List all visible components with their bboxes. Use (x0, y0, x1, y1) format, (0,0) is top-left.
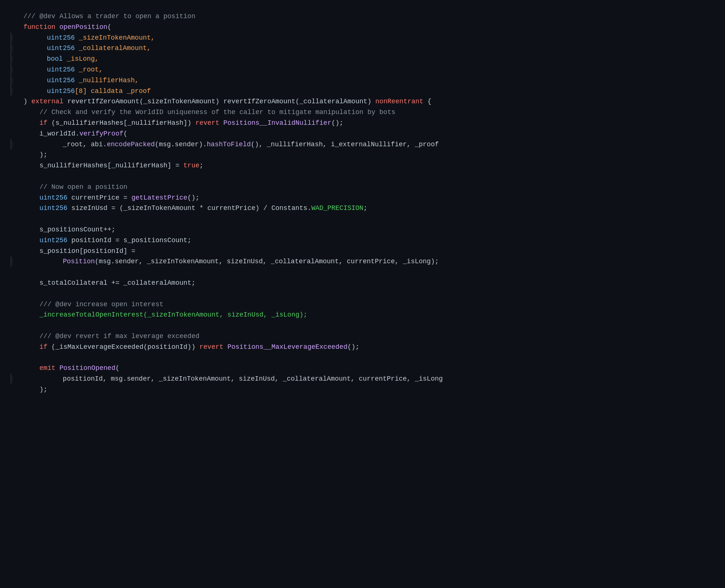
token (7, 23, 23, 31)
token (7, 364, 39, 372)
token: s_nullifierHashes[_nullifierHash] = (7, 162, 183, 169)
code-text: /// @dev Allows a trader to open a posit… (7, 11, 196, 22)
code-line (0, 267, 725, 278)
token: if (39, 343, 47, 351)
token: /// @dev Allows a trader to open a posit… (7, 13, 196, 20)
code-line (0, 214, 725, 224)
token: _isLong, (63, 55, 99, 63)
code-line: i_worldId.verifyProof( (0, 128, 725, 139)
token: sizeInUsd = (_sizeInTokenAmount * curren… (67, 204, 311, 212)
code-text: ); (7, 384, 47, 395)
token: uint256 (39, 194, 67, 201)
token: _root, abi. (15, 141, 107, 148)
vertical-bar: | (10, 54, 11, 64)
token: uint256 (47, 77, 75, 84)
vertical-bar: | (10, 64, 11, 75)
token: positionId, msg.sender, _sizeInTokenAmou… (15, 375, 443, 382)
token: i_worldId. (7, 130, 79, 137)
token: s_positionsCount++; (7, 226, 116, 233)
token: getLatestPrice (131, 194, 187, 201)
token (15, 77, 47, 84)
token: _nullifierHash, (75, 77, 139, 84)
token (15, 55, 47, 63)
vertical-bar: | (10, 256, 11, 267)
code-line (0, 320, 725, 331)
token: hashToField (207, 141, 251, 148)
token (7, 343, 39, 351)
token: _increaseTotalOpenInterest(_sizeInTokenA… (7, 311, 307, 318)
token (15, 258, 63, 265)
code-line: ); (0, 384, 725, 395)
token: encodePacked (107, 141, 155, 148)
code-line: s_nullifierHashes[_nullifierHash] = true… (0, 160, 725, 171)
token: positionId = s_positionsCount; (67, 237, 191, 244)
token: ( (123, 130, 127, 137)
token: external (31, 98, 63, 105)
code-line: _increaseTotalOpenInterest(_sizeInTokenA… (0, 310, 725, 320)
token: revert (200, 343, 224, 351)
code-text: uint256 sizeInUsd = (_sizeInTokenAmount … (7, 203, 367, 214)
token: (msg.sender). (155, 141, 207, 148)
token: Position (63, 258, 95, 265)
token (7, 194, 39, 201)
code-line: // Now open a position (0, 182, 725, 193)
token: WAD_PRECISION (311, 204, 363, 212)
token: ( (107, 23, 111, 31)
token: _root, (75, 66, 103, 73)
code-text: s_position[positionId] = (7, 246, 136, 257)
vertical-bar: | (10, 43, 11, 54)
token: s_position[positionId] = (7, 247, 136, 255)
token (223, 343, 227, 351)
token: ; (200, 162, 204, 169)
token: (_isMaxLeverageExceeded(positionId)) (47, 343, 199, 351)
token: s_totalCollateral += _collateralAmount; (7, 279, 196, 287)
code-line: ); (0, 150, 725, 160)
token: Positions__InvalidNullifier (223, 119, 331, 127)
token: PositionOpened (59, 364, 115, 372)
token (220, 119, 224, 127)
code-editor: /// @dev Allows a trader to open a posit… (0, 7, 725, 399)
code-line: ) external revertIfZeroAmount(_sizeInTok… (0, 96, 725, 107)
code-text: if (s_nullifierHashes[_nullifierHash]) r… (7, 118, 343, 128)
code-line: | uint256 _collateralAmount, (0, 43, 725, 54)
token: bool (47, 55, 63, 63)
vertical-bar: | (10, 33, 11, 43)
code-text: | uint256 _sizeInTokenAmount, (7, 33, 155, 43)
code-line: | uint256 _sizeInTokenAmount, (0, 33, 725, 43)
token: { (423, 98, 431, 105)
code-line: if (s_nullifierHashes[_nullifierHash]) r… (0, 118, 725, 128)
code-text: uint256 currentPrice = getLatestPrice(); (7, 193, 200, 203)
vertical-bar: | (10, 75, 11, 86)
token: nonReentrant (375, 98, 424, 105)
token: uint256 (39, 237, 67, 244)
token: (msg.sender, _sizeInTokenAmount, sizeInU… (95, 258, 439, 265)
code-line: /// @dev increase open interest (0, 299, 725, 310)
token (56, 364, 60, 372)
token: _sizeInTokenAmount, (75, 34, 155, 41)
token: uint256 (39, 204, 67, 212)
code-text: | _root, abi.encodePacked(msg.sender).ha… (7, 139, 439, 150)
token: ( (116, 364, 120, 372)
code-line: | Position(msg.sender, _sizeInTokenAmoun… (0, 256, 725, 267)
token: revertIfZeroAmount(_sizeInTokenAmount) r… (63, 98, 375, 105)
vertical-bar: | (10, 139, 11, 150)
code-text: /// @dev increase open interest (7, 299, 163, 310)
code-line: if (_isMaxLeverageExceeded(positionId)) … (0, 342, 725, 353)
token: (); (331, 119, 343, 127)
token: (); (347, 343, 359, 351)
code-line: | positionId, msg.sender, _sizeInTokenAm… (0, 374, 725, 384)
token (56, 23, 60, 31)
code-line (0, 171, 725, 182)
token (15, 34, 47, 41)
token: true (183, 162, 199, 169)
code-line (0, 353, 725, 363)
token (7, 237, 39, 244)
code-text: | positionId, msg.sender, _sizeInTokenAm… (7, 374, 443, 384)
token: [8] calldata _proof (75, 87, 151, 95)
code-line: function openPosition( (0, 22, 725, 33)
token: if (39, 119, 47, 127)
code-line: | bool _isLong, (0, 54, 725, 64)
code-text: function openPosition( (7, 22, 111, 33)
code-text: /// @dev revert if max leverage exceeded (7, 331, 199, 342)
token: uint256 (47, 87, 75, 95)
